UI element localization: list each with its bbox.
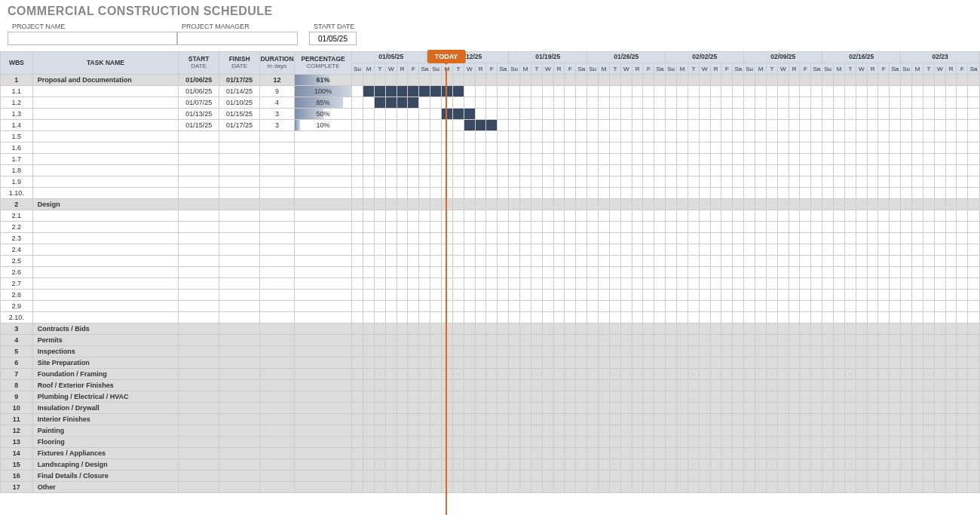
gantt-cell[interactable] bbox=[587, 267, 599, 278]
cell-duration[interactable]: 9 bbox=[260, 86, 295, 97]
gantt-cell[interactable] bbox=[811, 278, 822, 290]
gantt-cell[interactable] bbox=[542, 233, 553, 244]
gantt-cell[interactable] bbox=[419, 199, 430, 210]
gantt-cell[interactable] bbox=[666, 312, 677, 323]
gantt-cell[interactable] bbox=[710, 176, 721, 188]
cell-finish[interactable] bbox=[219, 301, 260, 312]
gantt-cell[interactable] bbox=[486, 482, 498, 493]
gantt-cell[interactable] bbox=[867, 233, 878, 244]
gantt-cell[interactable] bbox=[452, 278, 464, 290]
gantt-cell[interactable] bbox=[643, 165, 654, 176]
gantt-cell[interactable] bbox=[509, 131, 520, 143]
gantt-cell[interactable] bbox=[811, 380, 822, 391]
gantt-cell[interactable] bbox=[520, 244, 531, 256]
gantt-cell[interactable] bbox=[666, 425, 677, 437]
gantt-cell[interactable] bbox=[408, 267, 419, 278]
gantt-cell[interactable] bbox=[800, 290, 811, 301]
gantt-cell[interactable] bbox=[677, 459, 688, 471]
gantt-cell[interactable] bbox=[587, 86, 599, 97]
cell-task[interactable] bbox=[32, 301, 178, 312]
gantt-cell[interactable] bbox=[419, 357, 430, 369]
gantt-cell[interactable] bbox=[923, 244, 934, 256]
gantt-cell[interactable] bbox=[912, 165, 923, 176]
gantt-cell[interactable] bbox=[620, 256, 632, 267]
gantt-cell[interactable] bbox=[565, 369, 576, 380]
gantt-cell[interactable] bbox=[844, 482, 856, 493]
gantt-cell[interactable] bbox=[643, 176, 654, 188]
gantt-cell[interactable] bbox=[475, 357, 486, 369]
gantt-cell[interactable] bbox=[844, 75, 856, 86]
gantt-cell[interactable] bbox=[531, 290, 542, 301]
gantt-cell[interactable] bbox=[520, 482, 531, 493]
gantt-cell[interactable] bbox=[945, 414, 957, 425]
gantt-cell[interactable] bbox=[352, 233, 363, 244]
gantt-cell[interactable] bbox=[834, 109, 845, 120]
cell-task[interactable]: Proposal and Documentation bbox=[32, 75, 178, 86]
gantt-cell[interactable] bbox=[464, 471, 475, 482]
gantt-cell[interactable] bbox=[666, 188, 677, 199]
gantt-cell[interactable] bbox=[565, 403, 576, 414]
gantt-cell[interactable] bbox=[542, 86, 553, 97]
gantt-cell[interactable] bbox=[688, 391, 699, 403]
gantt-cell[interactable] bbox=[789, 403, 800, 414]
gantt-cell[interactable] bbox=[856, 267, 867, 278]
gantt-cell[interactable] bbox=[968, 222, 980, 233]
gantt-cell[interactable] bbox=[553, 131, 565, 143]
gantt-cell[interactable] bbox=[587, 143, 599, 154]
gantt-cell[interactable] bbox=[957, 75, 968, 86]
gantt-cell[interactable] bbox=[721, 425, 733, 437]
gantt-cell[interactable] bbox=[800, 256, 811, 267]
gantt-cell[interactable] bbox=[744, 391, 755, 403]
gantt-cell[interactable] bbox=[486, 471, 498, 482]
cell-start[interactable] bbox=[179, 471, 219, 482]
gantt-cell[interactable] bbox=[755, 380, 767, 391]
gantt-cell[interactable] bbox=[945, 97, 957, 109]
gantt-cell[interactable] bbox=[632, 290, 643, 301]
gantt-cell[interactable] bbox=[699, 448, 710, 459]
gantt-cell[interactable] bbox=[688, 120, 699, 131]
gantt-cell[interactable] bbox=[856, 369, 867, 380]
gantt-cell[interactable] bbox=[553, 109, 565, 120]
gantt-cell[interactable] bbox=[620, 301, 632, 312]
gantt-cell[interactable] bbox=[599, 437, 610, 448]
gantt-cell[interactable] bbox=[464, 346, 475, 357]
gantt-cell[interactable] bbox=[385, 120, 397, 131]
gantt-cell[interactable] bbox=[542, 459, 553, 471]
gantt-cell[interactable] bbox=[599, 301, 610, 312]
cell-finish[interactable] bbox=[219, 380, 260, 391]
gantt-cell[interactable] bbox=[923, 131, 934, 143]
gantt-cell[interactable] bbox=[867, 86, 878, 97]
gantt-cell[interactable] bbox=[374, 425, 385, 437]
gantt-cell[interactable] bbox=[609, 75, 620, 86]
gantt-cell[interactable] bbox=[632, 301, 643, 312]
gantt-cell[interactable] bbox=[352, 176, 363, 188]
gantt-cell[interactable] bbox=[609, 323, 620, 335]
gantt-cell[interactable] bbox=[576, 176, 587, 188]
gantt-cell[interactable] bbox=[878, 323, 890, 335]
cell-duration[interactable] bbox=[260, 471, 295, 482]
gantt-cell[interactable] bbox=[957, 154, 968, 165]
gantt-cell[interactable] bbox=[452, 244, 464, 256]
gantt-cell[interactable] bbox=[957, 437, 968, 448]
gantt-cell[interactable] bbox=[733, 131, 744, 143]
gantt-cell[interactable] bbox=[430, 425, 442, 437]
gantt-cell[interactable] bbox=[822, 222, 834, 233]
gantt-cell[interactable] bbox=[945, 448, 957, 459]
gantt-cell[interactable] bbox=[374, 86, 385, 97]
gantt-cell[interactable] bbox=[654, 97, 666, 109]
gantt-cell[interactable] bbox=[620, 403, 632, 414]
gantt-cell[interactable] bbox=[834, 97, 845, 109]
gantt-cell[interactable] bbox=[452, 233, 464, 244]
gantt-cell[interactable] bbox=[844, 403, 856, 414]
gantt-cell[interactable] bbox=[632, 391, 643, 403]
gantt-cell[interactable] bbox=[565, 482, 576, 493]
gantt-cell[interactable] bbox=[912, 154, 923, 165]
gantt-cell[interactable] bbox=[475, 482, 486, 493]
gantt-cell[interactable] bbox=[520, 323, 531, 335]
gantt-cell[interactable] bbox=[385, 109, 397, 120]
gantt-cell[interactable] bbox=[599, 459, 610, 471]
gantt-cell[interactable] bbox=[710, 267, 721, 278]
gantt-cell[interactable] bbox=[666, 86, 677, 97]
gantt-cell[interactable] bbox=[464, 414, 475, 425]
gantt-cell[interactable] bbox=[520, 267, 531, 278]
